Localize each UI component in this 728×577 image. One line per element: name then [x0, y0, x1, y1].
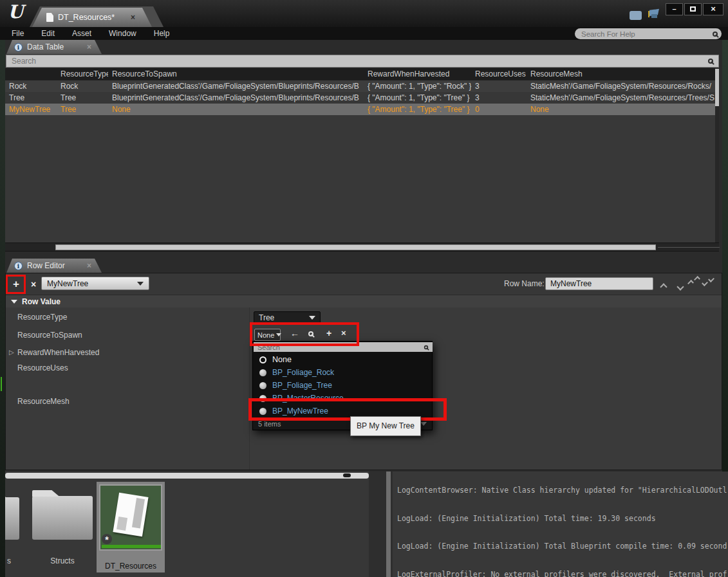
cell-name: MyNewTree: [5, 104, 57, 115]
picker-item-bp-foliage-rock[interactable]: BP_Foliage_Rock: [253, 366, 432, 379]
menu-edit[interactable]: Edit: [41, 29, 55, 38]
radio-icon: [259, 369, 266, 376]
prop-label-resourcetype: ResourceType: [17, 313, 67, 322]
table-row-tree[interactable]: Tree Tree BlueprintGeneratedClass'/Game/…: [5, 92, 715, 104]
table-horizontal-scrollbar[interactable]: [5, 243, 719, 252]
delete-row-button[interactable]: ×: [27, 277, 40, 291]
help-search-box[interactable]: [575, 28, 722, 39]
chevron-up-icon: [660, 283, 667, 290]
prop-label-rewardwhenharvested: RewardWhenHarvested: [17, 348, 99, 357]
table-search-input[interactable]: [12, 57, 708, 66]
row-value-section-header[interactable]: Row Value: [6, 295, 722, 307]
menu-file[interactable]: File: [12, 29, 24, 38]
column-header[interactable]: RewardWhenHarvested: [364, 68, 471, 80]
doc-tab-label: DT_Resources*: [58, 13, 115, 22]
folder-icon[interactable]: [5, 497, 19, 540]
radio-selected-icon: [259, 356, 266, 363]
expander-arrow-icon[interactable]: ▷: [9, 349, 14, 356]
double-chevron-up-icon: [694, 276, 700, 282]
move-row-top-button[interactable]: [695, 277, 700, 285]
chevron-down-icon[interactable]: [420, 422, 427, 426]
picker-item-label: BP_MyNewTree: [272, 407, 328, 416]
help-search-input[interactable]: [581, 30, 713, 38]
log-line: LogContentBrowser: Native Class hierarch…: [397, 486, 728, 495]
add-row-button[interactable]: +: [8, 277, 24, 292]
content-browser: s Structs * DT_Resources: [5, 472, 369, 577]
close-icon[interactable]: ×: [131, 13, 135, 22]
plus-icon[interactable]: +: [326, 328, 331, 338]
content-browser-scrollbar[interactable]: [5, 473, 369, 479]
search-icon: [713, 32, 718, 37]
row-select-dropdown[interactable]: MyNewTree: [41, 277, 149, 290]
column-header[interactable]: [5, 68, 57, 80]
resource-to-spawn-value: None: [257, 331, 274, 339]
picker-item-none[interactable]: None: [253, 353, 432, 366]
data-table-tab-label: Data Table: [27, 42, 64, 51]
resource-to-spawn-dropdown[interactable]: None: [254, 329, 281, 341]
tutorial-cap-icon[interactable]: [648, 10, 660, 17]
picker-item-count: 5 items: [258, 420, 281, 428]
menu-asset[interactable]: Asset: [72, 29, 91, 38]
output-log: LogContentBrowser: Native Class hierarch…: [393, 472, 728, 577]
clear-icon[interactable]: ×: [341, 328, 346, 338]
column-header[interactable]: ResourceType: [57, 68, 108, 80]
column-header[interactable]: ResourceMesh: [527, 68, 715, 80]
radio-icon: [259, 395, 266, 402]
menu-help[interactable]: Help: [154, 29, 170, 38]
move-row-down-button[interactable]: [678, 280, 683, 292]
prop-label-resourcetospawn: ResourceToSpawn: [17, 331, 82, 340]
scrollbar-marker: [343, 473, 351, 477]
chevron-down-icon: [276, 333, 281, 336]
cell-spawn: None: [108, 104, 364, 115]
cell-reward: { "Amount": 1, "Type": "Rock" }: [364, 80, 471, 92]
picker-item-bp-foliage-tree[interactable]: BP_Foliage_Tree: [253, 379, 432, 392]
scrollbar-thumb[interactable]: [55, 244, 656, 250]
close-window-button[interactable]: ×: [703, 3, 723, 15]
browse-icon[interactable]: [308, 331, 313, 336]
cell-mesh: StaticMesh'/Game/FoliageSystem/Resources…: [527, 92, 715, 104]
radio-icon: [259, 382, 266, 389]
picker-search-box[interactable]: [254, 342, 433, 352]
picker-item-label: BP_Foliage_Rock: [272, 368, 334, 377]
doc-tab-dt-resources[interactable]: DT_Resources* ×: [32, 8, 152, 27]
tab-row-editor[interactable]: i Row Editor ×: [6, 259, 102, 273]
column-header[interactable]: ResourceUses: [471, 68, 527, 80]
scrollbar-thumb[interactable]: [715, 69, 719, 106]
feedback-bubble-icon[interactable]: [630, 11, 642, 20]
folder-icon-structs[interactable]: [32, 496, 93, 540]
row-name-label: Row Name:: [504, 279, 545, 288]
use-selected-arrow-icon[interactable]: ←: [290, 328, 299, 338]
resource-type-dropdown[interactable]: Tree: [254, 311, 321, 324]
tab-data-table[interactable]: i Data Table ×: [6, 40, 102, 54]
table-vertical-scrollbar[interactable]: [715, 68, 719, 243]
picker-item-bp-mynewtree[interactable]: BP_MyNewTree: [253, 405, 432, 417]
menu-window[interactable]: Window: [109, 29, 136, 38]
column-header[interactable]: ResourceToSpawn: [108, 68, 364, 80]
cell-type: Tree: [57, 104, 108, 115]
green-accent-mark: [1, 377, 2, 391]
log-scrollbar[interactable]: [386, 472, 391, 577]
close-icon[interactable]: ×: [87, 42, 91, 51]
picker-search-input[interactable]: [257, 343, 424, 351]
row-name-input[interactable]: [545, 277, 653, 290]
cell-spawn: BlueprintGeneratedClass'/Game/FoliageSys…: [108, 80, 364, 92]
glyph-bar: [132, 498, 145, 528]
scrollbar-track-line: [658, 247, 720, 248]
picker-item-label: None: [272, 355, 292, 364]
maximize-button[interactable]: [684, 3, 702, 15]
picker-item-label: BP_MasterResource: [272, 394, 344, 403]
splitter[interactable]: [249, 307, 250, 470]
picker-item-bp-masterresource[interactable]: BP_MasterResource: [253, 392, 432, 405]
unreal-editor-window: U DT_Resources* × – × File Edit Asset Wi…: [0, 0, 728, 577]
move-row-bottom-button[interactable]: [709, 277, 714, 285]
move-row-up-button[interactable]: [661, 280, 666, 292]
table-row-mynewtree-selected[interactable]: MyNewTree Tree None { "Amount": 1, "Type…: [5, 104, 715, 115]
table-row-rock[interactable]: Rock Rock BlueprintGeneratedClass'/Game/…: [5, 80, 715, 92]
close-icon[interactable]: ×: [87, 261, 91, 270]
tooltip: BP My New Tree: [350, 416, 421, 436]
table-search-box[interactable]: [6, 55, 719, 68]
minimize-button[interactable]: –: [666, 3, 683, 15]
cell-name: Tree: [5, 92, 57, 104]
asset-tile-dt-resources[interactable]: * DT_Resources: [97, 482, 165, 572]
cell-mesh: None: [527, 104, 715, 115]
